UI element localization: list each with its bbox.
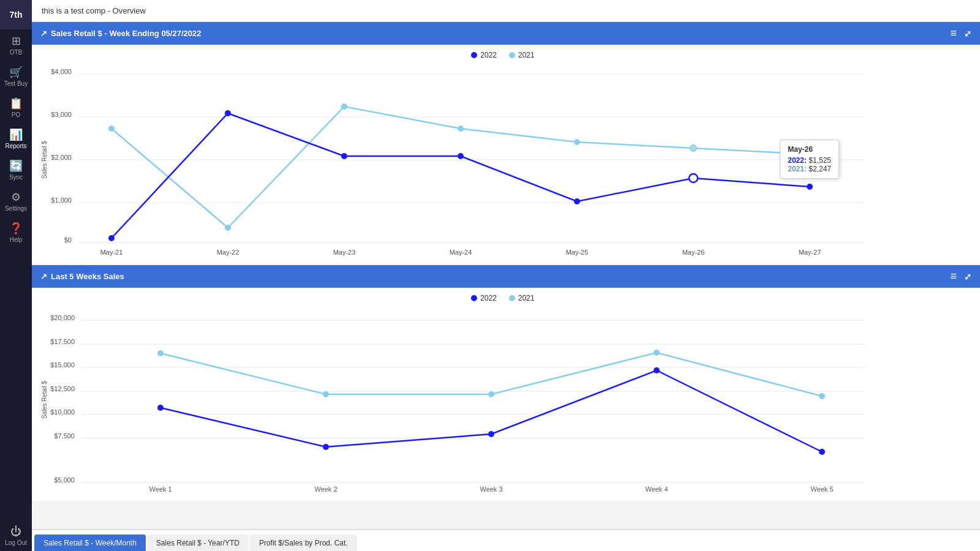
- sidebar-label-test-buy: Test Buy: [4, 80, 28, 87]
- svg-text:$17,500: $17,500: [50, 338, 75, 345]
- tab-profit[interactable]: Profit $/Sales by Prod. Cat.: [250, 534, 357, 551]
- chart2-legend-2022: 2022: [471, 294, 497, 302]
- chart1-menu-icon[interactable]: ≡: [950, 27, 957, 40]
- sidebar-label-sync: Sync: [9, 174, 23, 181]
- svg-text:$7,500: $7,500: [54, 432, 75, 440]
- chart1-dot-2022-5: [689, 174, 698, 182]
- svg-text:Week 5: Week 5: [810, 485, 833, 493]
- chart2-panel: ↗ Last 5 Weeks Sales ≡ ⤢ 2022 2021: [32, 265, 980, 501]
- sidebar: 7th ⊞ OTB 🛒 Test Buy 📋 PO 📊 Reports 🔄 Sy…: [0, 0, 32, 551]
- svg-text:Week 3: Week 3: [480, 485, 502, 493]
- sidebar-label-logout: Log Out: [5, 539, 27, 546]
- sidebar-label-po: PO: [12, 111, 20, 118]
- svg-text:$12,500: $12,500: [50, 385, 75, 392]
- logout-icon: ⏻: [10, 525, 21, 538]
- svg-text:$2,000: $2,000: [51, 154, 72, 161]
- svg-text:Sales Retail $: Sales Retail $: [41, 381, 48, 419]
- chart1-dot-2021-0: [108, 126, 115, 132]
- chart1-dot-2021-4: [574, 139, 580, 145]
- legend-dot-2022: [471, 52, 477, 58]
- tab-week-month[interactable]: Sales Retail $ - Week/Month: [34, 534, 146, 551]
- main-content: this is a test comp - Overview ↗ Sales R…: [32, 0, 980, 551]
- svg-text:Week 4: Week 4: [645, 485, 668, 493]
- svg-text:Sales Retail $: Sales Retail $: [41, 141, 48, 179]
- svg-text:$1,000: $1,000: [51, 197, 72, 204]
- chart-line-icon: ↗: [40, 29, 47, 38]
- svg-text:May-23: May-23: [333, 249, 356, 256]
- svg-text:May-27: May-27: [799, 249, 821, 256]
- reports-icon: 📊: [9, 128, 23, 141]
- chart1-dot-2021-6: [807, 151, 813, 157]
- svg-text:$10,000: $10,000: [50, 408, 75, 416]
- chart1-title: Sales Retail $ - Week Ending 05/27/2022: [51, 29, 201, 38]
- chart2-legend-dot-2021: [509, 295, 515, 301]
- chart2-legend-2021: 2021: [509, 294, 535, 302]
- chart2-svg: $20,000 $17,500 $15,000 $12,500 $10,000 …: [38, 305, 883, 495]
- legend-label-2021: 2021: [518, 51, 535, 59]
- svg-text:May-25: May-25: [566, 249, 589, 256]
- app-logo[interactable]: 7th: [0, 0, 32, 29]
- chart1-dot-2022-2: [341, 153, 347, 159]
- chart2-line-2022: [160, 370, 822, 452]
- chart1-dot-2021-2: [341, 103, 347, 110]
- chart1-dot-2021-3: [458, 126, 464, 132]
- sidebar-item-settings[interactable]: ⚙ Settings: [0, 186, 32, 217]
- tab-year-ytd[interactable]: Sales Retail $ - Year/YTD: [147, 534, 249, 551]
- sidebar-label-reports: Reports: [5, 143, 26, 149]
- bottom-tabs: Sales Retail $ - Week/Month Sales Retail…: [32, 529, 980, 551]
- chart2-header-left: ↗ Last 5 Weeks Sales: [40, 272, 124, 281]
- sidebar-item-test-buy[interactable]: 🛒 Test Buy: [0, 61, 32, 92]
- svg-text:Week 1: Week 1: [149, 485, 172, 493]
- sidebar-item-help[interactable]: ❓ Help: [0, 217, 32, 248]
- sidebar-label-help: Help: [10, 236, 23, 243]
- svg-text:Week: Week: [483, 493, 500, 495]
- topbar: this is a test comp - Overview: [32, 0, 980, 22]
- svg-text:May-21: May-21: [100, 249, 123, 256]
- chart2-dot-2022-0: [157, 405, 164, 411]
- sidebar-item-po[interactable]: 📋 PO: [0, 92, 32, 123]
- chart1-body: 2022 2021 $4,000 $3,000 $2,000 $1,000 $0: [32, 45, 980, 264]
- svg-text:$4,000: $4,000: [51, 68, 72, 75]
- sidebar-item-reports[interactable]: 📊 Reports: [0, 123, 32, 154]
- sidebar-item-sync[interactable]: 🔄 Sync: [0, 154, 32, 186]
- chart1-dot-2022-6: [807, 184, 813, 190]
- chart1-panel: ↗ Sales Retail $ - Week Ending 05/27/202…: [32, 22, 980, 264]
- chart2-title: Last 5 Weeks Sales: [51, 272, 124, 281]
- svg-text:$15,000: $15,000: [50, 361, 75, 369]
- chart2-menu-icon[interactable]: ≡: [950, 270, 957, 283]
- chart2-dot-2022-3: [654, 367, 660, 373]
- chart1-dot-2022-1: [225, 110, 231, 116]
- chart2-header: ↗ Last 5 Weeks Sales ≡ ⤢: [32, 265, 980, 288]
- chart2-dot-2021-3: [654, 350, 660, 356]
- sidebar-item-otb[interactable]: ⊞ OTB: [0, 29, 32, 61]
- svg-text:$5,000: $5,000: [54, 476, 75, 484]
- sidebar-item-logout[interactable]: ⏻ Log Out: [0, 520, 32, 551]
- sync-icon: 🔄: [9, 159, 23, 173]
- help-icon: ❓: [9, 222, 23, 235]
- svg-text:$3,000: $3,000: [51, 111, 72, 118]
- chart1-svg: $4,000 $3,000 $2,000 $1,000 $0 Sales Ret…: [38, 62, 883, 258]
- svg-text:May-26: May-26: [682, 249, 705, 256]
- chart1-dot-2022-0: [108, 235, 115, 241]
- po-icon: 📋: [9, 97, 23, 110]
- svg-text:May-24: May-24: [450, 249, 472, 256]
- chart2-dot-2021-4: [819, 393, 825, 399]
- content-area: ↗ Sales Retail $ - Week Ending 05/27/202…: [32, 22, 980, 529]
- chart1-dot-2021-1: [225, 225, 231, 231]
- svg-text:$0: $0: [64, 236, 72, 244]
- chart2-legend-dot-2022: [471, 295, 477, 301]
- otb-icon: ⊞: [12, 34, 21, 48]
- chart1-dot-2022-3: [458, 153, 464, 159]
- chart1-expand-icon[interactable]: ⤢: [964, 29, 971, 39]
- chart2-dot-2021-2: [488, 391, 494, 397]
- legend-2021: 2021: [509, 51, 535, 59]
- test-buy-icon: 🛒: [9, 66, 23, 79]
- chart2-legend-label-2022: 2022: [480, 294, 497, 302]
- chart2-body: 2022 2021 $20,000 $17,500 $15,000 $12,50…: [32, 288, 980, 501]
- sidebar-label-otb: OTB: [10, 49, 23, 56]
- chart2-expand-icon[interactable]: ⤢: [964, 272, 971, 282]
- legend-dot-2021: [509, 52, 515, 58]
- chart1-legend: 2022 2021: [38, 51, 968, 59]
- chart2-line-2021: [160, 353, 822, 396]
- chart1-header-left: ↗ Sales Retail $ - Week Ending 05/27/202…: [40, 29, 201, 38]
